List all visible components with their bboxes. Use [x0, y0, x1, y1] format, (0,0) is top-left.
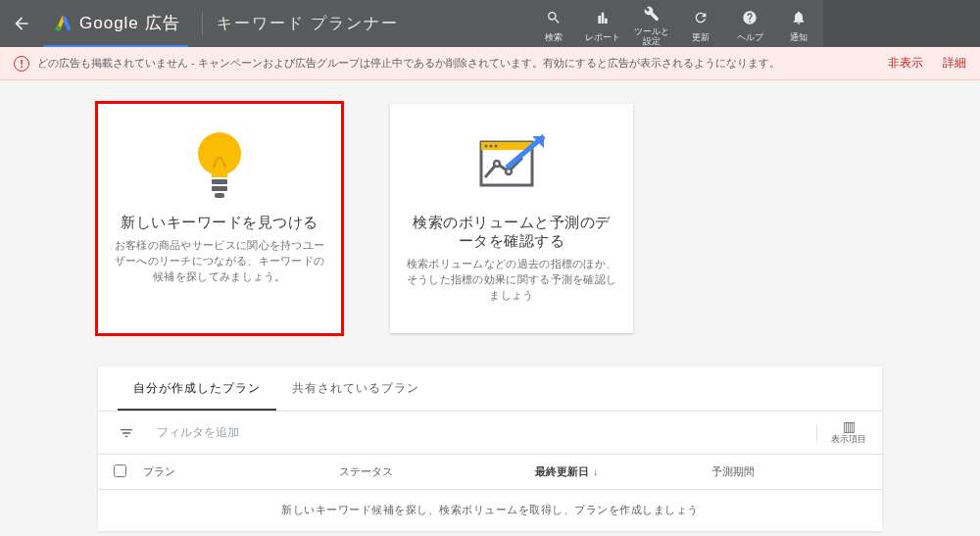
th-period[interactable]: 予測期間	[711, 465, 866, 479]
tools-button[interactable]: ツールと 設定	[627, 0, 676, 47]
icon-label: レポート	[585, 31, 620, 44]
google-ads-logo-icon	[54, 13, 74, 32]
select-all-checkbox[interactable]	[114, 464, 126, 477]
icon-label: 更新	[692, 31, 710, 44]
svg-point-9	[490, 145, 493, 148]
report-icon	[595, 10, 611, 28]
th-status[interactable]: ステータス	[339, 465, 535, 479]
empty-state-text: 新しいキーワード候補を探し、検索ボリュームを取得し、プランを作成しましょう	[98, 490, 882, 531]
forecast-card[interactable]: 検索のボリュームと予測のデータを確認する 検索ボリュームなどの過去の指標のほか、…	[390, 104, 633, 333]
account-area[interactable]	[823, 0, 980, 47]
card-title: 新しいキーワードを見つける	[121, 214, 318, 232]
svg-point-11	[494, 161, 500, 167]
plans-panel: 自分が作成したプラン 共有されているプラン フィルタを追加 ▥ 表示項目 プラン…	[98, 366, 882, 531]
help-button[interactable]: ヘルプ	[725, 0, 774, 47]
columns-icon: ▥	[843, 419, 856, 433]
header-icon-group: 検索 レポート ツールと 設定 更新 ヘルプ	[529, 0, 823, 47]
back-button[interactable]	[0, 0, 43, 47]
th-updated[interactable]: 最終更新日 ↓	[535, 465, 711, 479]
discover-keywords-card[interactable]: 新しいキーワードを見つける お客様の商品やサービスに関心を持つユーザーへのリーチ…	[98, 104, 341, 333]
filter-button[interactable]	[114, 425, 139, 441]
icon-label: 通知	[790, 31, 808, 44]
app-header: Google 広告 キーワード プランナー 検索 レポート ツールと 設定	[0, 0, 980, 47]
funnel-icon	[119, 425, 134, 441]
chart-icon	[467, 123, 556, 208]
filter-placeholder[interactable]: フィルタを追加	[157, 424, 239, 441]
filter-row: フィルタを追加 ▥ 表示項目	[98, 412, 882, 455]
card-desc: お客様の商品やサービスに関心を持つユーザーへのリーチにつながる、キーワードの候補…	[114, 238, 325, 284]
icon-label: ヘルプ	[737, 31, 763, 44]
svg-point-8	[485, 145, 488, 148]
columns-label: 表示項目	[831, 433, 866, 446]
search-button[interactable]: 検索	[529, 0, 578, 47]
notifications-button[interactable]: 通知	[774, 0, 823, 47]
banner-hide-link[interactable]: 非表示	[888, 55, 923, 72]
refresh-icon	[693, 10, 709, 28]
bell-icon	[791, 10, 807, 28]
columns-button[interactable]: ▥ 表示項目	[831, 419, 866, 446]
wrench-icon	[644, 6, 660, 24]
icon-label: 検索	[545, 31, 563, 44]
refresh-button[interactable]: 更新	[676, 0, 725, 47]
svg-point-0	[56, 25, 61, 30]
report-button[interactable]: レポート	[578, 0, 627, 47]
help-icon	[742, 10, 758, 28]
sort-desc-icon: ↓	[591, 467, 598, 477]
svg-point-1	[198, 132, 241, 175]
arrow-left-icon	[12, 14, 31, 33]
svg-point-12	[506, 169, 512, 174]
product-logo-area[interactable]: Google 広告	[43, 0, 188, 47]
tab-my-plans[interactable]: 自分が作成したプラン	[118, 366, 276, 411]
search-icon	[546, 10, 562, 28]
svg-rect-7	[481, 142, 532, 150]
plans-tabs: 自分が作成したプラン 共有されているプラン	[98, 366, 882, 412]
lightbulb-icon	[190, 123, 249, 208]
svg-rect-2	[212, 171, 227, 177]
svg-rect-4	[212, 186, 227, 191]
alert-icon: !	[14, 56, 29, 72]
card-title: 検索のボリュームと予測のデータを確認する	[406, 214, 617, 251]
svg-point-10	[495, 145, 498, 148]
svg-rect-5	[215, 193, 224, 198]
table-header: プラン ステータス 最終更新日 ↓ 予測期間	[98, 455, 882, 490]
svg-rect-3	[212, 179, 227, 184]
icon-label: ツールと 設定	[634, 27, 669, 47]
banner-message: どの広告も掲載されていません - キャンペーンおよび広告グループは停止中であるか…	[37, 56, 780, 71]
product-name: Google 広告	[79, 12, 180, 34]
tab-shared-plans[interactable]: 共有されているプラン	[276, 366, 435, 411]
banner-details-link[interactable]: 詳細	[943, 55, 966, 72]
th-plan[interactable]: プラン	[143, 465, 339, 479]
alert-banner: ! どの広告も掲載されていません - キャンペーンおよび広告グループは停止中であ…	[0, 47, 980, 80]
card-desc: 検索ボリュームなどの過去の指標のほか、そうした指標の効果に関する予測を確認しまし…	[406, 257, 617, 303]
sub-product-name: キーワード プランナー	[202, 12, 399, 35]
